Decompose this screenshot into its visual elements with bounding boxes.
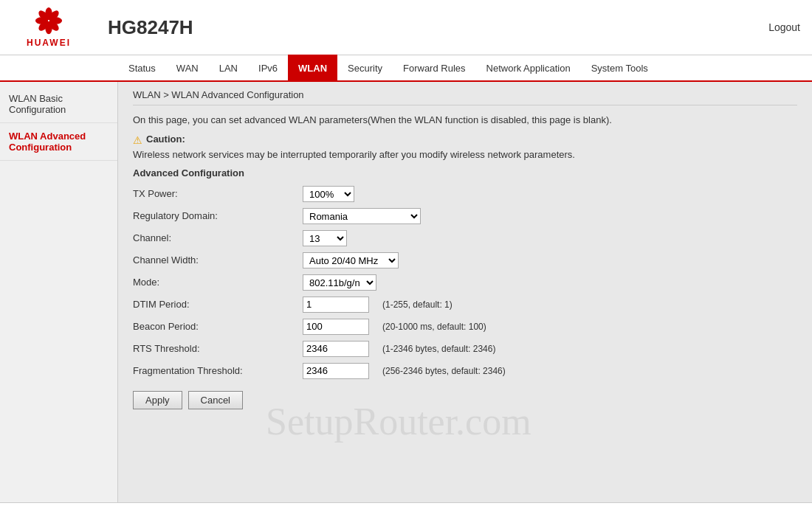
rts-threshold-control: (1-2346 bytes, default: 2346) <box>303 341 495 357</box>
tx-power-label: TX Power: <box>133 188 303 199</box>
config-form: TX Power: 100% 75% 50% 25% Regulatory Do… <box>133 186 797 379</box>
channel-width-control: Auto 20/40 MHz 20 MHz 40 MHz <box>303 252 399 268</box>
brand-name: HUAWEI <box>27 38 71 48</box>
nav-item-wan[interactable]: WAN <box>166 55 209 81</box>
channel-select[interactable]: 1234 5678 9101112 13Auto <box>303 230 347 246</box>
rts-threshold-label: RTS Threshold: <box>133 343 303 354</box>
tx-power-row: TX Power: 100% 75% 50% 25% <box>133 186 797 202</box>
nav-item-system-tools[interactable]: System Tools <box>581 55 658 81</box>
sidebar-item-wlan-basic[interactable]: WLAN Basic Configuration <box>0 86 117 123</box>
dtim-period-label: DTIM Period: <box>133 299 303 310</box>
huawei-logo <box>27 7 71 36</box>
nav-item-ipv6[interactable]: IPv6 <box>248 55 288 81</box>
logo-area: HUAWEI <box>12 7 86 48</box>
mode-row: Mode: 802.11b/g/n 802.11b/g 802.11n <box>133 274 797 291</box>
dtim-period-hint: (1-255, default: 1) <box>382 299 453 310</box>
sidebar-item-wlan-advanced[interactable]: WLAN Advanced Configuration <box>0 123 117 161</box>
rts-threshold-row: RTS Threshold: (1-2346 bytes, default: 2… <box>133 341 797 357</box>
dtim-period-row: DTIM Period: (1-255, default: 1) <box>133 297 797 313</box>
caution-label: Caution: <box>146 134 185 145</box>
config-section-title: Advanced Configuration <box>133 167 797 179</box>
channel-label: Channel: <box>133 232 303 243</box>
beacon-period-input[interactable] <box>303 319 369 335</box>
nav-item-network-application[interactable]: Network Application <box>476 55 581 81</box>
regulatory-domain-row: Regulatory Domain: Romania US EU GB <box>133 208 797 224</box>
main-layout: WLAN Basic Configuration WLAN Advanced C… <box>0 82 812 502</box>
regulatory-domain-select[interactable]: Romania US EU GB <box>303 208 421 224</box>
dtim-period-input[interactable] <box>303 297 369 313</box>
nav-item-status[interactable]: Status <box>118 55 166 81</box>
apply-button[interactable]: Apply <box>133 391 182 409</box>
sidebar: WLAN Basic Configuration WLAN Advanced C… <box>0 82 118 502</box>
nav-item-forward-rules[interactable]: Forward Rules <box>393 55 476 81</box>
content-area: WLAN > WLAN Advanced Configuration On th… <box>118 82 812 502</box>
fragmentation-threshold-label: Fragmentation Threshold: <box>133 365 303 376</box>
fragmentation-threshold-control: (256-2346 bytes, default: 2346) <box>303 363 506 379</box>
logout-button[interactable]: Logout <box>768 21 800 33</box>
tx-power-select[interactable]: 100% 75% 50% 25% <box>303 186 354 202</box>
beacon-period-control: (20-1000 ms, default: 100) <box>303 319 486 335</box>
regulatory-domain-label: Regulatory Domain: <box>133 210 303 221</box>
nav-bar: Status WAN LAN IPv6 WLAN Security Forwar… <box>0 55 812 82</box>
mode-label: Mode: <box>133 277 303 288</box>
mode-control: 802.11b/g/n 802.11b/g 802.11n <box>303 274 376 291</box>
nav-item-wlan[interactable]: WLAN <box>288 55 337 81</box>
fragmentation-threshold-input[interactable] <box>303 363 369 379</box>
caution-box: ⚠ Caution: <box>133 134 797 146</box>
rts-threshold-hint: (1-2346 bytes, default: 2346) <box>382 344 495 354</box>
page-description: On this page, you can set advanced WLAN … <box>133 113 797 128</box>
nav-item-lan[interactable]: LAN <box>209 55 248 81</box>
warning-icon: ⚠ <box>133 134 142 146</box>
tx-power-control: 100% 75% 50% 25% <box>303 186 354 202</box>
button-row: Apply Cancel <box>133 391 797 409</box>
footer: Copyright © Huawei Technologies Co., Ltd… <box>0 502 812 506</box>
fragmentation-threshold-row: Fragmentation Threshold: (256-2346 bytes… <box>133 363 797 379</box>
rts-threshold-input[interactable] <box>303 341 369 357</box>
beacon-period-hint: (20-1000 ms, default: 100) <box>382 322 486 332</box>
mode-select[interactable]: 802.11b/g/n 802.11b/g 802.11n <box>303 274 376 291</box>
cancel-button[interactable]: Cancel <box>188 391 243 409</box>
channel-row: Channel: 1234 5678 9101112 13Auto <box>133 230 797 246</box>
device-title: HG8247H <box>100 16 768 39</box>
warning-text: Wireless network services may be interru… <box>133 149 797 160</box>
header: HUAWEI HG8247H Logout <box>0 0 812 55</box>
breadcrumb: WLAN > WLAN Advanced Configuration <box>133 89 797 105</box>
nav-item-security[interactable]: Security <box>337 55 393 81</box>
channel-control: 1234 5678 9101112 13Auto <box>303 230 347 246</box>
dtim-period-control: (1-255, default: 1) <box>303 297 453 313</box>
channel-width-select[interactable]: Auto 20/40 MHz 20 MHz 40 MHz <box>303 252 399 268</box>
beacon-period-label: Beacon Period: <box>133 321 303 332</box>
channel-width-label: Channel Width: <box>133 254 303 266</box>
regulatory-domain-control: Romania US EU GB <box>303 208 421 224</box>
beacon-period-row: Beacon Period: (20-1000 ms, default: 100… <box>133 319 797 335</box>
channel-width-row: Channel Width: Auto 20/40 MHz 20 MHz 40 … <box>133 252 797 268</box>
fragmentation-threshold-hint: (256-2346 bytes, default: 2346) <box>382 366 506 376</box>
